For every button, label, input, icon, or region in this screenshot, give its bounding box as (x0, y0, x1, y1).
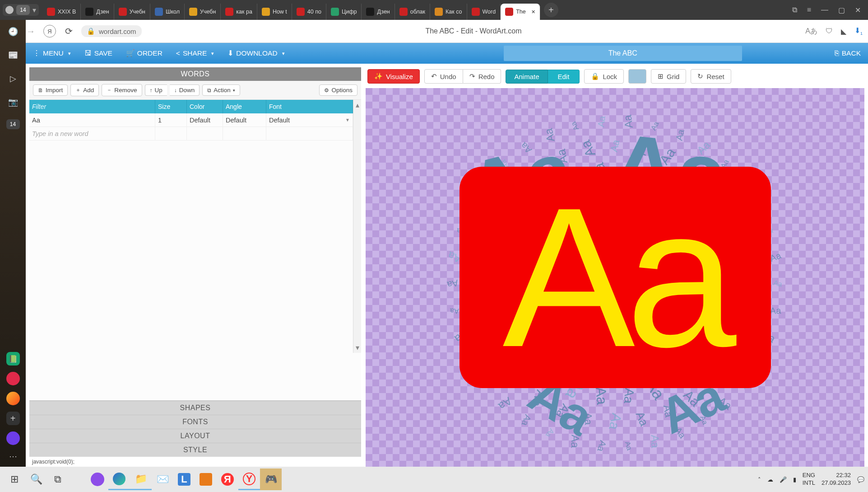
reload-icon[interactable]: ⟳ (62, 26, 75, 37)
new-tab-button[interactable]: + (544, 3, 558, 17)
art-name-input[interactable] (504, 46, 742, 61)
start-icon[interactable]: ⊞ (4, 469, 25, 490)
col-angle[interactable]: Angle (223, 100, 266, 113)
maximize-icon[interactable]: ▢ (838, 6, 845, 14)
move-down-button[interactable]: ↓Down (170, 84, 200, 96)
main-word-card[interactable]: Aa (460, 167, 771, 388)
sidebar-add-button[interactable]: + (6, 412, 20, 425)
task-view-icon[interactable]: ⧉ (47, 469, 69, 490)
browser-tab[interactable]: XXIX В (42, 4, 81, 20)
tabs-overview-icon[interactable]: ⧉ (792, 6, 797, 14)
language-indicator[interactable]: ENG INTL (803, 472, 815, 487)
action-button[interactable]: ⧉Action ▾ (202, 84, 240, 96)
table-row[interactable]: Aa 1 Default Default Default▼ (29, 113, 353, 127)
scroll-down-icon[interactable]: ▾ (356, 343, 359, 352)
notifications-icon[interactable]: 💬 (857, 476, 864, 483)
camera-icon[interactable]: 📷 (7, 96, 19, 108)
size-cell[interactable]: 1 (155, 113, 187, 127)
translate-icon[interactable]: Аあ (805, 27, 817, 36)
taskbar-app-yabrowser[interactable]: Y (238, 469, 260, 490)
edit-button[interactable]: Edit (548, 70, 580, 84)
word-cell[interactable]: Aa (29, 113, 155, 127)
profile-indicator[interactable]: 14 ▾ (3, 4, 39, 16)
sidebar-app-3[interactable] (6, 392, 20, 405)
undo-button[interactable]: ↶ Undo (424, 69, 463, 84)
bookmark-icon[interactable]: ◣ (841, 27, 846, 36)
menu-button[interactable]: ⋮ MENU (30, 47, 74, 59)
col-font[interactable]: Font (266, 100, 353, 113)
add-word-button[interactable]: ＋Add (70, 84, 99, 96)
move-up-button[interactable]: ↑Up (145, 84, 167, 96)
minimize-icon[interactable]: ― (821, 6, 828, 14)
tray-cloud-icon[interactable]: ☁ (767, 476, 773, 483)
taskbar-app-explorer[interactable]: 📁 (130, 469, 152, 490)
order-button[interactable]: 🛒 ORDER (123, 47, 165, 59)
browser-tab[interactable]: Учебн (185, 4, 221, 20)
browser-tab[interactable]: облак (395, 4, 430, 20)
browser-tab[interactable]: Как со (430, 4, 467, 20)
browser-tab[interactable]: Школ (150, 4, 185, 20)
tab-count-badge[interactable]: 14 (6, 119, 20, 129)
grid-button[interactable]: ⊞ Grid (651, 69, 686, 84)
font-cell[interactable]: Default▼ (266, 113, 353, 127)
download-button[interactable]: ⬇ DOWNLOAD (225, 47, 287, 59)
browser-tab[interactable]: Дзен (362, 4, 395, 20)
lock-button[interactable]: 🔒 Lock (584, 69, 624, 84)
shield-icon[interactable]: 🛡 (826, 27, 833, 35)
redo-button[interactable]: ↷ Redo (463, 69, 501, 84)
sidebar-app-2[interactable] (6, 372, 20, 385)
share-button[interactable]: < SHARE (173, 47, 217, 59)
close-icon[interactable]: ✕ (855, 6, 861, 14)
color-cell[interactable]: Default (187, 113, 223, 127)
save-button[interactable]: 🖫 SAVE (82, 47, 115, 59)
browser-tab[interactable]: Дзен (81, 4, 114, 20)
sidebar-alice-icon[interactable] (6, 431, 20, 445)
layout-section-header[interactable]: LAYOUT (29, 429, 361, 443)
new-word-row[interactable]: Type in a new word (29, 127, 353, 141)
browser-tab[interactable]: 40 по (292, 4, 326, 20)
filter-input[interactable] (32, 103, 152, 110)
yandex-icon[interactable]: Я (43, 25, 56, 37)
words-section-header[interactable]: WORDS (29, 67, 361, 81)
import-button[interactable]: 🗎Import (33, 84, 68, 96)
taskbar-app-l[interactable]: L (173, 469, 195, 490)
color-swatch[interactable] (628, 69, 646, 84)
shapes-section-header[interactable]: SHAPES (29, 401, 361, 415)
tray-mic-icon[interactable]: 🎤 (780, 476, 787, 483)
style-section-header[interactable]: STYLE (29, 443, 361, 457)
taskbar-app-ya[interactable]: Я (217, 469, 238, 490)
visualize-button[interactable]: ✨ Visualize (367, 69, 420, 84)
sidebar-app-1[interactable]: 📗 (6, 352, 20, 365)
search-icon[interactable]: 🔍 (25, 469, 47, 490)
fonts-section-header[interactable]: FONTS (29, 415, 361, 429)
browser-tab[interactable]: как ра (221, 4, 257, 20)
new-word-placeholder[interactable]: Type in a new word (29, 127, 155, 140)
options-button[interactable]: ⚙Options (319, 84, 357, 96)
scroll-up-icon[interactable]: ▴ (356, 101, 359, 109)
reset-button[interactable]: ↻ Reset (691, 69, 731, 84)
forward-arrow-icon[interactable]: → (24, 26, 37, 37)
canvas[interactable]: AaAaAaAaAaAaAaAaAaAaAaAaAaAaAaAaAaAaAaAa… (366, 88, 864, 467)
table-scrollbar[interactable]: ▴ ▾ (353, 100, 361, 353)
play-icon[interactable]: ▷ (7, 72, 19, 85)
address-box[interactable]: 🔒 wordart.com (81, 25, 142, 37)
back-button[interactable]: ⎘ BACK (832, 47, 863, 59)
clock[interactable]: 22:32 27.09.2023 (822, 472, 851, 487)
col-color[interactable]: Color (187, 100, 223, 113)
feed-icon[interactable]: 📰 (7, 49, 19, 61)
browser-tab[interactable]: Учебн (114, 4, 150, 20)
browser-tab[interactable]: Word (467, 4, 501, 20)
sidebar-more-icon[interactable]: ⋯ (9, 451, 17, 461)
tab-close-icon[interactable]: ✕ (531, 9, 535, 15)
taskbar-app-edge[interactable] (108, 469, 130, 490)
angle-cell[interactable]: Default (223, 113, 266, 127)
tray-battery-icon[interactable]: ▮ (793, 476, 796, 483)
col-size[interactable]: Size (155, 100, 187, 113)
browser-tab[interactable]: Цифр (326, 4, 362, 20)
remove-word-button[interactable]: －Remove (102, 84, 142, 96)
animate-button[interactable]: Animate (506, 70, 548, 84)
browser-tab[interactable]: The✕ (501, 4, 540, 20)
tray-chevron-icon[interactable]: ˄ (758, 476, 761, 483)
taskbar-app-alice[interactable] (87, 469, 108, 490)
history-icon[interactable]: 🕘 (7, 25, 19, 38)
